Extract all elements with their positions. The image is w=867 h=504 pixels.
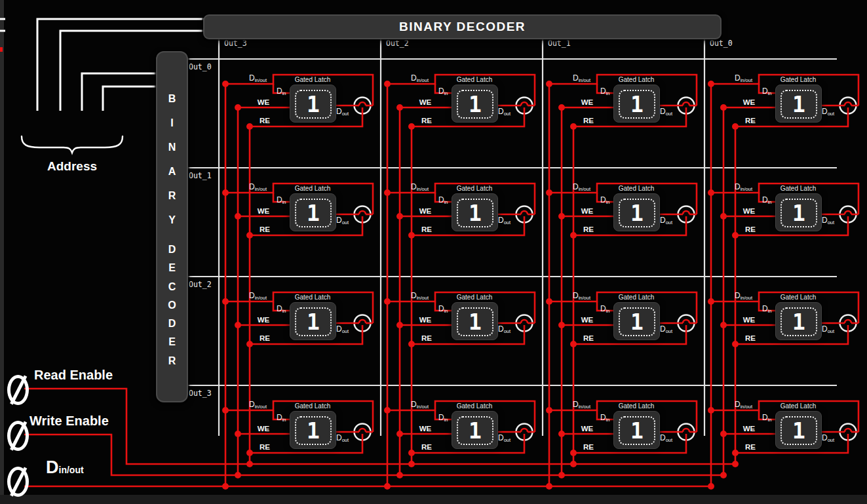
decoder-letter: D xyxy=(168,241,176,259)
din-wire xyxy=(597,193,613,202)
re-wire xyxy=(250,434,362,453)
junction-dot xyxy=(546,407,552,414)
data-inout-loop-wire xyxy=(387,75,535,106)
re-wire xyxy=(412,434,524,453)
data-inout-loop-wire xyxy=(225,184,373,214)
junction-dot xyxy=(708,81,714,87)
junction-dot xyxy=(235,104,241,111)
din-wire xyxy=(273,84,290,93)
data-line-label: Din/out xyxy=(46,457,84,478)
junction-dot xyxy=(235,322,241,328)
re-wire xyxy=(412,325,524,344)
junction-dot xyxy=(396,322,403,328)
address-brace xyxy=(22,136,123,153)
data-inout-loop-wire xyxy=(387,184,535,214)
din-wire xyxy=(597,301,613,311)
decoder-letter: C xyxy=(168,278,176,296)
junction-dot xyxy=(408,232,415,239)
junction-dot xyxy=(546,298,552,305)
top-binary-decoder-title: BINARY DECODER xyxy=(399,20,526,34)
junction-dot xyxy=(408,341,415,347)
re-wire xyxy=(735,434,848,453)
re-wire xyxy=(573,107,686,126)
top-binary-decoder: BINARY DECODER xyxy=(203,14,722,39)
decoder-letter: B xyxy=(168,87,176,111)
write-enable-label: Write Enable xyxy=(29,414,109,429)
junction-dot xyxy=(720,104,727,111)
re-wire xyxy=(573,216,686,235)
decoder-letter: D xyxy=(168,315,176,333)
junction-dot xyxy=(396,472,403,478)
junction-dot xyxy=(246,341,253,347)
junction-dot xyxy=(408,461,415,467)
junction-dot xyxy=(732,341,739,347)
junction-dot xyxy=(246,461,253,467)
data-inout-loop-wire xyxy=(225,292,373,323)
decoder-letter: Y xyxy=(168,208,176,232)
junction-dot xyxy=(235,213,241,220)
re-wire xyxy=(735,107,848,126)
junction-dot xyxy=(408,450,415,456)
re-wire xyxy=(250,107,362,126)
re-wire xyxy=(735,325,848,344)
din-wire xyxy=(759,193,775,202)
din-wire xyxy=(759,301,775,311)
junction-dot xyxy=(558,213,565,220)
read-enable-value-zero xyxy=(7,375,29,405)
data-inout-loop-wire xyxy=(549,75,697,106)
din-wire xyxy=(597,84,613,93)
decoder-letter: R xyxy=(168,352,176,370)
junction-dot xyxy=(558,472,565,478)
decoder-letter: I xyxy=(168,111,176,135)
re-wire xyxy=(573,434,686,453)
junction-dot xyxy=(546,189,552,196)
re-wire xyxy=(735,216,848,235)
din-wire xyxy=(597,410,613,419)
junction-dot xyxy=(222,407,229,414)
read-enable-label: Read Enable xyxy=(34,368,113,383)
data-inout-loop-wire xyxy=(711,401,858,432)
junction-dot xyxy=(396,213,403,220)
decoder-letter: R xyxy=(168,184,176,208)
junction-dot xyxy=(384,407,391,414)
wiring-canvas xyxy=(0,0,867,504)
din-wire xyxy=(435,84,452,93)
junction-dot xyxy=(235,431,241,437)
junction-dot xyxy=(732,123,739,130)
data-inout-loop-wire xyxy=(711,75,858,106)
data-inout-loop-wire xyxy=(549,292,697,323)
din-wire xyxy=(435,301,452,311)
junction-dot xyxy=(246,123,253,130)
left-decoder-word-decoder: DECODER xyxy=(168,241,176,370)
junction-dot xyxy=(732,461,739,467)
decoder-letter: N xyxy=(168,135,176,159)
address-wire-3 xyxy=(103,87,159,111)
junction-dot xyxy=(222,298,229,305)
junction-dot xyxy=(558,104,565,111)
decoder-letter: O xyxy=(168,296,176,315)
data-inout-loop-wire xyxy=(711,184,858,214)
data-inout-loop-wire xyxy=(225,75,373,106)
junction-dot xyxy=(570,341,577,347)
din-wire xyxy=(273,410,290,419)
junction-dot xyxy=(720,472,727,478)
junction-dot xyxy=(246,232,253,239)
junction-dot xyxy=(732,232,739,239)
data-inout-loop-wire xyxy=(549,184,697,214)
din-wire xyxy=(273,301,290,311)
junction-dot xyxy=(396,431,403,437)
re-wire xyxy=(250,216,362,235)
decoder-letter: E xyxy=(168,259,176,277)
junction-dot xyxy=(720,213,727,220)
data-inout-loop-wire xyxy=(387,292,535,323)
re-wire xyxy=(412,216,524,235)
junction-dot xyxy=(222,189,229,196)
re-wire xyxy=(250,325,362,344)
junction-dot xyxy=(720,431,727,437)
junction-dot xyxy=(558,431,565,437)
junction-dot xyxy=(720,322,727,328)
junction-dot xyxy=(570,450,577,456)
data-inout-loop-wire xyxy=(711,292,858,323)
junction-dot xyxy=(396,104,403,111)
address-label: Address xyxy=(26,159,118,174)
